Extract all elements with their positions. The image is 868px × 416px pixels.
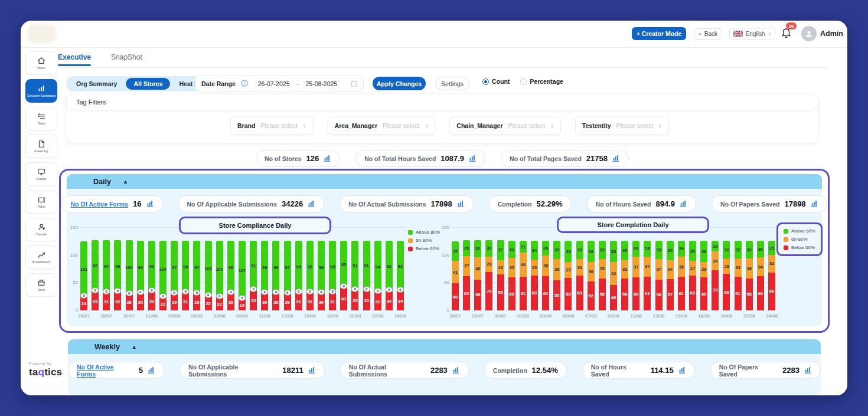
bar[interactable]: 382860 [700, 241, 707, 310]
bar[interactable]: 100280 [126, 240, 133, 310]
stat-no-of-papers-saved[interactable]: No Of Papers Saved17898 [712, 195, 827, 212]
bar[interactable]: 97290 [284, 241, 291, 310]
bar-chart-icon[interactable] [457, 200, 465, 208]
radio-count[interactable]: Count [482, 78, 510, 85]
bar[interactable]: 95330 [92, 240, 99, 310]
sidebar-item-asset[interactable]: Asset [25, 273, 57, 297]
bar[interactable]: 95310 [306, 241, 314, 310]
bar[interactable]: 293661 [678, 241, 685, 310]
bar[interactable]: 353457 [667, 241, 674, 310]
bar[interactable]: 97310 [103, 240, 110, 310]
collapse-icon[interactable]: ▲ [123, 179, 128, 185]
filter-dropdown-chain-manager[interactable]: Chain_ManagerPlease select∨ [449, 117, 561, 135]
bar[interactable]: 382959 [564, 241, 572, 310]
notifications-button[interactable] [781, 28, 793, 41]
bar[interactable]: 96300 [261, 241, 268, 310]
date-range-picker[interactable]: Date Range 26-07-2025 → 25-08-2025 [195, 76, 364, 91]
stat-no-of-papers-saved[interactable]: No Of Papers Saved2283 [710, 362, 821, 379]
bar-chart-icon[interactable] [811, 200, 818, 208]
bar[interactable]: 333558 [599, 241, 606, 310]
stat-no-of-applicable-submissions[interactable]: No Of Applicable Submissions18211 [180, 362, 325, 379]
bar-chart-icon[interactable] [146, 200, 154, 208]
bar[interactable]: 323658 [746, 241, 753, 310]
sidebar-item-tasks[interactable]: Tasks [25, 107, 57, 130]
bar[interactable]: 85410 [340, 241, 347, 310]
bar[interactable]: 324056 [474, 240, 481, 310]
bar[interactable]: 92340 [386, 241, 393, 310]
stat-no-of-hours-saved[interactable]: No of Hours Saved114.15 [582, 362, 695, 379]
sidebar-item-bi-dashboard[interactable]: BI Dashboard [25, 245, 57, 269]
bar[interactable]: 342963 [531, 241, 538, 310]
radio-dot-icon[interactable] [482, 78, 489, 85]
bar[interactable]: 313560 [508, 241, 515, 310]
settings-button[interactable]: Settings [435, 77, 469, 90]
bar[interactable]: 95310 [295, 241, 302, 310]
bar-chart-icon[interactable] [678, 366, 686, 374]
bar[interactable]: 91350 [363, 241, 370, 310]
bar[interactable]: 94320 [374, 241, 381, 310]
stat-no-of-active-forms[interactable]: No Of Active Forms16 [61, 195, 162, 212]
bar-chart-icon[interactable] [452, 366, 460, 374]
bar[interactable]: 97290 [171, 241, 178, 310]
bar[interactable]: 323361 [735, 241, 742, 310]
bar[interactable]: 372665 [497, 240, 504, 310]
stat-no-of-actual-submissions[interactable]: No Of Actual Submissions17898 [340, 195, 474, 212]
bar[interactable]: 322866 [723, 241, 730, 310]
bar[interactable]: 214461 [520, 241, 527, 310]
apply-changes-button[interactable]: Apply Changes [373, 77, 426, 90]
bar[interactable]: 101250 [205, 241, 212, 310]
stat-no-of-total-hours-saved[interactable]: No of Total Hours Saved1087.9 [355, 150, 485, 167]
bar-chart-icon[interactable] [308, 366, 316, 374]
stat-no-of-applicable-submissions[interactable]: No Of Applicable Submissions34226 [178, 195, 325, 212]
bar[interactable]: 93330 [148, 241, 155, 310]
sidebar-item-ticket[interactable]: Ticket [25, 190, 57, 214]
bar-chart-icon[interactable] [469, 155, 477, 162]
back-button[interactable]: <Back [694, 28, 722, 40]
bar[interactable]: 384246 [610, 241, 617, 310]
bar[interactable]: 293762 [463, 240, 470, 310]
bar-chart-icon[interactable] [308, 200, 315, 208]
bar[interactable]: 104220 [216, 241, 223, 310]
bar[interactable]: 293760 [632, 241, 639, 310]
sidebar-item-home[interactable]: Home [25, 51, 57, 75]
radio-dot-icon[interactable] [520, 78, 527, 85]
creator-mode-button[interactable]: + Creator Mode [632, 27, 686, 40]
bar[interactable]: 96300 [227, 241, 234, 310]
sidebar-item-e-learning[interactable]: E-learning [25, 135, 57, 158]
bar[interactable]: 383652 [588, 241, 595, 310]
view-toggle-all-stores[interactable]: All Stores [126, 78, 170, 90]
bar[interactable]: 333756 [655, 241, 663, 310]
stat-no-of-stores[interactable]: No of Stores126 [256, 150, 340, 167]
bar[interactable]: 104220 [159, 241, 167, 310]
bar[interactable]: 101240 [80, 241, 87, 310]
filter-dropdown-testentity[interactable]: TestentityPlease select∨ [575, 117, 669, 135]
date-range-end[interactable]: 25-08-2025 [305, 80, 337, 87]
bar[interactable]: 97290 [193, 241, 200, 310]
bar[interactable]: 263862 [542, 241, 549, 310]
stat-no-of-active-forms[interactable]: No Of Active Forms5 [68, 362, 164, 379]
bar[interactable]: 253269 [768, 241, 775, 310]
stat-no-of-hours-saved[interactable]: No of Hours Saved894.9 [587, 195, 696, 212]
bar[interactable]: 91350 [351, 241, 358, 310]
bar-chart-icon[interactable] [148, 366, 155, 374]
bar-chart-icon[interactable] [612, 155, 620, 162]
bar[interactable]: 283761 [644, 241, 651, 310]
view-toggle-org-summary[interactable]: Org Summary [68, 78, 125, 90]
bar[interactable]: 96300 [272, 241, 279, 310]
weekly-header[interactable]: Weekly ▲ [68, 339, 821, 354]
stat-completion[interactable]: Completion52.29% [489, 195, 572, 212]
stat-no-of-actual-submissions[interactable]: No Of Actual Submissions2283 [340, 362, 469, 379]
bar[interactable]: 333855 [553, 241, 560, 310]
stat-completion[interactable]: Completion12.54% [484, 362, 567, 379]
language-selector[interactable]: English ∨ [729, 28, 775, 40]
tab-snapshot[interactable]: SnapShot [111, 53, 142, 61]
sidebar-item-transfer[interactable]: Transfer [25, 218, 57, 241]
bar[interactable]: 91350 [250, 241, 257, 310]
user-avatar[interactable] [801, 26, 817, 41]
bar[interactable]: 107190 [239, 241, 246, 310]
bar-chart-icon[interactable] [680, 200, 687, 208]
stat-no-of-total-pages-saved[interactable]: No of Total Pages Saved21758 [501, 150, 629, 167]
bar[interactable]: 362763 [689, 241, 696, 310]
bar[interactable]: 302870 [485, 240, 492, 310]
sidebar-item-reports[interactable]: Reports [25, 162, 57, 186]
